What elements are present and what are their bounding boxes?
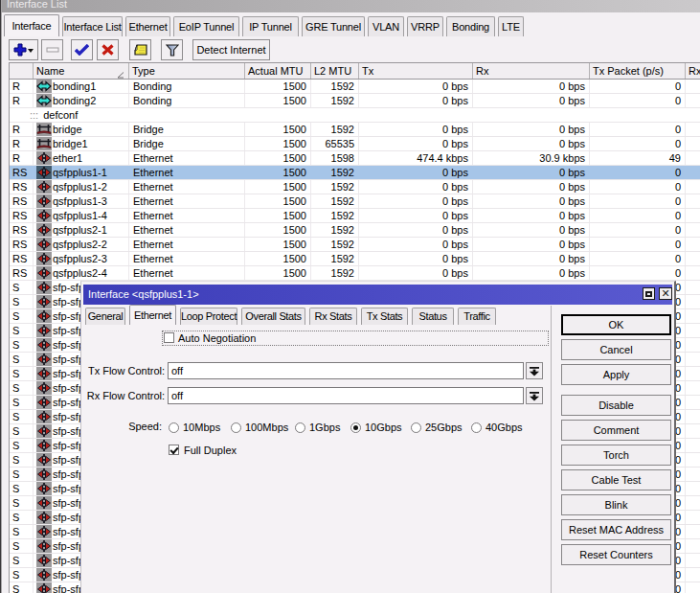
disable-button[interactable] [97,39,119,60]
dialog-tab-status[interactable]: Status [412,308,454,325]
column-header-label: Tx Packet (p/s) [593,65,664,77]
cell-flags: RS [10,180,34,194]
dialog-tab-traffic[interactable]: Traffic [458,308,496,325]
torch-button[interactable]: Torch [561,445,671,466]
cell-tx: 0 bps [359,94,473,107]
tx-flow-control-label: Tx Flow Control: [81,362,165,379]
column-header-flags[interactable] [10,63,34,79]
dialog-tab-general[interactable]: General [85,308,125,325]
tx-flow-control-dropdown-button[interactable] [526,362,543,379]
tx-flow-control-field[interactable]: off [168,362,524,379]
cell-l2_mtu: 1592 [311,180,359,194]
speed-radio-40gbps[interactable]: 40Gbps [471,422,523,434]
column-header-l2_mtu[interactable]: L2 MTU [311,63,359,79]
table-row-ether1[interactable]: R ether1Ethernet15001598474.4 kbps30.9 k… [10,151,700,166]
window-titlebar[interactable]: Interface List [2,0,700,12]
main-tab-vrrp[interactable]: VRRP [407,16,443,36]
column-header-type[interactable]: Type [129,63,245,79]
auto-negotiation-checkbox[interactable] [164,332,174,343]
cell-tx: 0 bps [359,238,473,251]
column-header-actual_mtu[interactable]: Actual MTU [245,63,311,79]
cell-rx_packet [686,468,700,481]
rx-flow-control-label: Rx Flow Control: [81,387,165,404]
speed-radio-25gbps[interactable]: 25Gbps [411,422,463,434]
main-tab-bonding[interactable]: Bonding [446,16,495,36]
main-tab-ip-tunnel[interactable]: IP Tunnel [242,16,299,36]
dialog-tab-loop-protect[interactable]: Loop Protect [180,308,237,325]
cell-rx_packet [686,353,700,366]
enable-button[interactable] [71,39,93,60]
main-tab-lte[interactable]: LTE [498,16,524,36]
ethernet-interface-icon [36,424,52,438]
cell-name: bonding2 [34,94,129,107]
cell-name: qsfpplus1-1 [34,166,129,179]
main-tab-eoip-tunnel[interactable]: EoIP Tunnel [173,16,239,36]
column-header-tx_packet[interactable]: Tx Packet (p/s) [590,63,686,79]
dialog-titlebar[interactable]: Interface <qsfpplus1-1> [83,285,672,305]
table-row-bonding1[interactable]: R bonding1Bonding150015920 bps0 bps0 [10,80,700,94]
cell-rx: 0 bps [473,266,590,280]
detect-internet-label: Detect Internet [196,44,265,56]
comment-button[interactable] [129,39,151,60]
table-row-qsfpplus1-2[interactable]: RS qsfpplus1-2Ethernet150015920 bps0 bps… [10,180,700,194]
main-tab-gre-tunnel[interactable]: GRE Tunnel [302,16,365,36]
apply-button[interactable]: Apply [561,364,671,385]
speed-radio-10gbps[interactable]: 10Gbps [350,422,402,434]
cancel-button[interactable]: Cancel [561,339,671,360]
table-row-comment[interactable]: :::defconf [10,108,700,123]
cell-tx: 474.4 kbps [359,151,473,165]
cell-actual_mtu: 1500 [245,252,311,265]
rx-flow-control-field[interactable]: off [168,387,524,404]
table-row-qsfpplus1-1[interactable]: RS qsfpplus1-1Ethernet150015920 bps0 bps… [10,166,700,180]
speed-radio-1gbps[interactable]: 1Gbps [295,422,340,434]
column-header-name[interactable]: Name [34,63,129,79]
table-row-qsfpplus2-1[interactable]: RS qsfpplus2-1Ethernet150015920 bps0 bps… [10,223,700,238]
speed-radio-10mbps[interactable]: 10Mbps [169,422,220,434]
column-header-rx[interactable]: Rx [473,63,590,79]
reset-counters-button[interactable]: Reset Counters [561,544,671,565]
dialog-tab-tx-stats[interactable]: Tx Stats [361,308,408,325]
cell-rx: 0 bps [473,94,590,107]
main-tab-interface-list[interactable]: Interface List [62,16,123,36]
main-tab-vlan[interactable]: VLAN [368,16,404,36]
dialog-tab-rx-stats[interactable]: Rx Stats [309,308,357,325]
full-duplex-checkbox[interactable] [169,445,179,455]
cell-tx_packet: 0 [590,166,686,179]
dialog-tab-ethernet[interactable]: Ethernet [129,305,176,325]
cell-type: Ethernet [129,166,245,179]
cell-rx_packet [686,137,700,150]
table-row-qsfpplus2-3[interactable]: RS qsfpplus2-3Ethernet150015920 bps0 bps… [10,252,700,266]
main-tab-interface[interactable]: Interface [4,14,59,36]
table-row-bonding2[interactable]: R bonding2Bonding150015920 bps0 bps0 [10,94,700,108]
add-button[interactable] [9,39,38,60]
table-row-bridge1[interactable]: R bridge1Bridge1500655350 bps0 bps0 [10,137,700,151]
minus-icon [46,47,59,53]
blink-button[interactable]: Blink [561,494,671,515]
table-row-qsfpplus1-3[interactable]: RS qsfpplus1-3Ethernet150015920 bps0 bps… [10,194,700,209]
comment-button[interactable]: Comment [561,420,671,441]
dialog-close-button[interactable]: ✕ [659,287,672,300]
ethernet-interface-icon [36,410,52,423]
column-header-rx_packet[interactable]: Rx Packet (p/s) [686,63,700,79]
cable-test-button[interactable]: Cable Test [561,469,671,490]
speed-radio-100mbps[interactable]: 100Mbps [231,422,288,434]
detect-internet-button[interactable]: Detect Internet [192,39,270,60]
dialog-tab-overall-stats[interactable]: Overall Stats [241,308,305,325]
filter-button[interactable] [161,39,183,60]
remove-button[interactable] [41,39,63,60]
column-header-tx[interactable]: Tx [359,63,473,79]
ok-button[interactable]: OK [561,314,671,335]
table-row-qsfpplus1-4[interactable]: RS qsfpplus1-4Ethernet150015920 bps0 bps… [10,209,700,223]
disable-button[interactable]: Disable [561,395,671,416]
ethernet-interface-icon [36,295,52,308]
table-row-bridge[interactable]: R bridgeBridge150015920 bps0 bps0 [10,123,700,137]
rx-flow-control-dropdown-button[interactable] [526,387,543,404]
cell-flags: R [10,80,34,93]
main-tab-ethernet[interactable]: Ethernet [125,16,170,36]
dialog-maximize-button[interactable] [643,287,655,300]
ethernet-interface-icon [36,252,52,265]
table-row-qsfpplus2-4[interactable]: RS qsfpplus2-4Ethernet150015920 bps0 bps… [10,266,700,281]
table-row-qsfpplus2-2[interactable]: RS qsfpplus2-2Ethernet150015920 bps0 bps… [10,238,700,252]
cell-tx: 0 bps [359,123,473,136]
reset-mac-address-button[interactable]: Reset MAC Address [561,519,671,540]
